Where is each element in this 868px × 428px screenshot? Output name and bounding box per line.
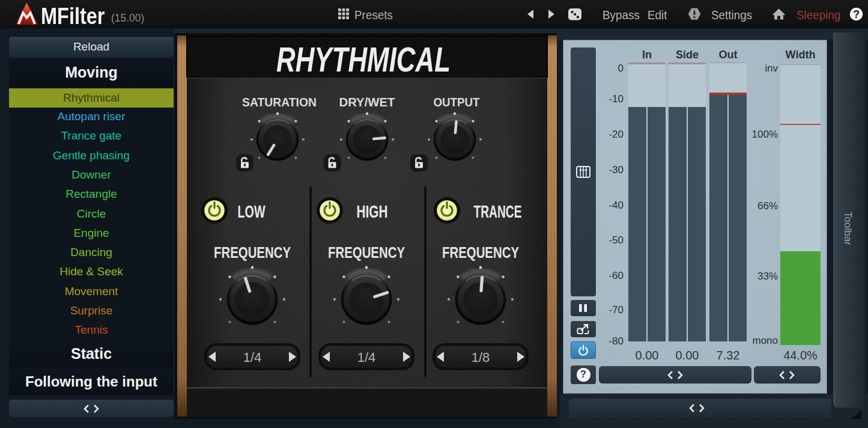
svg-text:?: ?: [853, 8, 860, 20]
svg-text:1/8: 1/8: [472, 350, 490, 365]
svg-text:DRY/WET: DRY/WET: [339, 96, 395, 109]
svg-text:1/4: 1/4: [243, 350, 262, 365]
svg-text:OUTPUT: OUTPUT: [434, 96, 480, 109]
svg-text:FREQUENCY: FREQUENCY: [442, 244, 519, 261]
svg-text:1/4: 1/4: [357, 350, 376, 365]
svg-text:TRANCE: TRANCE: [474, 202, 522, 221]
svg-text:RHYTHMICAL: RHYTHMICAL: [276, 40, 451, 79]
svg-text:SATURATION: SATURATION: [242, 96, 317, 109]
svg-text:LOW: LOW: [238, 202, 266, 221]
svg-text:FREQUENCY: FREQUENCY: [328, 244, 405, 261]
svg-text:FREQUENCY: FREQUENCY: [214, 244, 291, 261]
svg-text:HIGH: HIGH: [357, 202, 388, 221]
